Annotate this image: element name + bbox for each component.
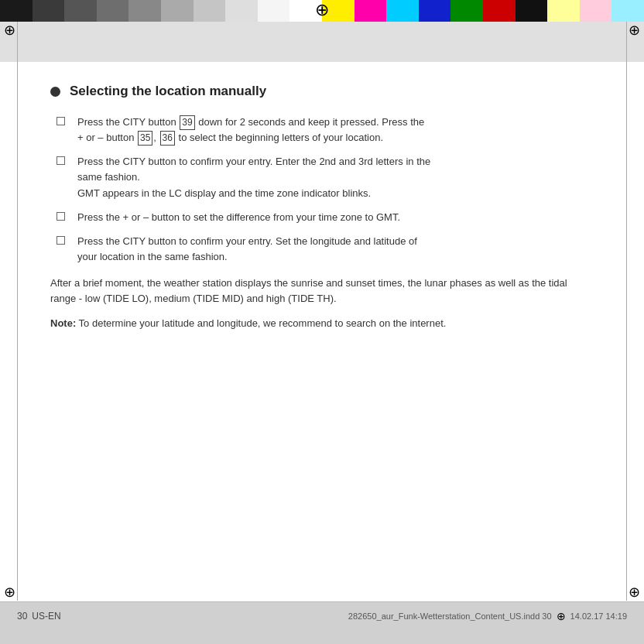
swatch-lightblue — [611, 0, 644, 22]
list-item-2: Press the CITY button to confirm your en… — [57, 154, 594, 200]
list-item-1: Press the CITY button 39 down for 2 seco… — [57, 115, 594, 146]
footer-filename: 282650_aur_Funk-Wetterstation_Content_US… — [348, 610, 627, 622]
left-border-line — [17, 22, 18, 601]
btn-ref-39: 39 — [180, 115, 194, 130]
reg-mark-top-left: ⊕ — [4, 22, 15, 39]
list-text-4: Press the CITY button to confirm your en… — [77, 234, 417, 265]
footer-page-info: 30 US-EN — [17, 611, 61, 622]
section-title: Selecting the location manually — [70, 84, 266, 99]
list-item-3: Press the + or – button to set the diffe… — [57, 210, 594, 225]
color-bar: ⊕ — [0, 0, 644, 22]
footer-file-text: 282650_aur_Funk-Wetterstation_Content_US… — [348, 611, 552, 621]
footer-crosshair: ⊕ — [557, 610, 566, 622]
swatch-blue — [419, 0, 451, 22]
checkbox-3 — [57, 212, 65, 221]
note-text: To determine your latitude and longitude… — [76, 317, 446, 329]
footer-band: 30 US-EN 282650_aur_Funk-Wetterstation_C… — [0, 601, 644, 644]
section-heading: Selecting the location manually — [50, 84, 594, 99]
footer-date: 14.02.17 14:19 — [570, 611, 627, 621]
swatch-black1 — [0, 0, 33, 22]
center-crosshair: ⊕ — [315, 2, 329, 19]
swatch-green — [450, 0, 483, 22]
swatch-gray4 — [161, 0, 194, 22]
list-item-4: Press the CITY button to confirm your en… — [57, 234, 594, 265]
swatch-red — [483, 0, 516, 22]
swatch-gray6 — [225, 0, 258, 22]
swatch-black2 — [33, 0, 65, 22]
main-content: Selecting the location manually Press th… — [0, 62, 644, 357]
right-border-line — [626, 22, 627, 601]
swatch-magenta — [355, 0, 387, 22]
note-paragraph: Note: To determine your latitude and lon… — [50, 316, 594, 331]
reg-mark-bottom-right: ⊕ — [629, 584, 640, 601]
checkbox-2 — [57, 156, 65, 165]
instruction-list: Press the CITY button 39 down for 2 seco… — [57, 115, 594, 265]
btn-ref-35: 35 — [138, 131, 152, 146]
note-label: Note: — [50, 317, 76, 329]
swatch-white — [258, 0, 290, 22]
reg-mark-top-right: ⊕ — [629, 22, 640, 39]
after-list-paragraph: After a brief moment, the weather statio… — [50, 276, 594, 307]
swatch-pink — [580, 0, 612, 22]
checkbox-1 — [57, 117, 65, 125]
swatch-gray2 — [97, 0, 129, 22]
checkbox-4 — [57, 236, 65, 245]
swatch-black3 — [516, 0, 548, 22]
btn-ref-36: 36 — [160, 131, 175, 146]
list-text-3: Press the + or – button to set the diffe… — [77, 210, 400, 225]
gray-top-band — [0, 22, 644, 62]
footer-locale: US-EN — [32, 611, 60, 622]
bullet-dot — [50, 87, 60, 97]
swatch-yellow2 — [547, 0, 580, 22]
swatch-cyan — [386, 0, 419, 22]
swatch-gray5 — [194, 0, 226, 22]
reg-mark-bottom-left: ⊕ — [4, 584, 15, 601]
footer-content: 30 US-EN 282650_aur_Funk-Wetterstation_C… — [0, 602, 644, 622]
footer-page-number: 30 — [17, 611, 27, 622]
swatch-gray3 — [128, 0, 161, 22]
list-text-2: Press the CITY button to confirm your en… — [77, 154, 430, 200]
swatch-gray1 — [64, 0, 97, 22]
list-text-1: Press the CITY button 39 down for 2 seco… — [77, 115, 424, 146]
